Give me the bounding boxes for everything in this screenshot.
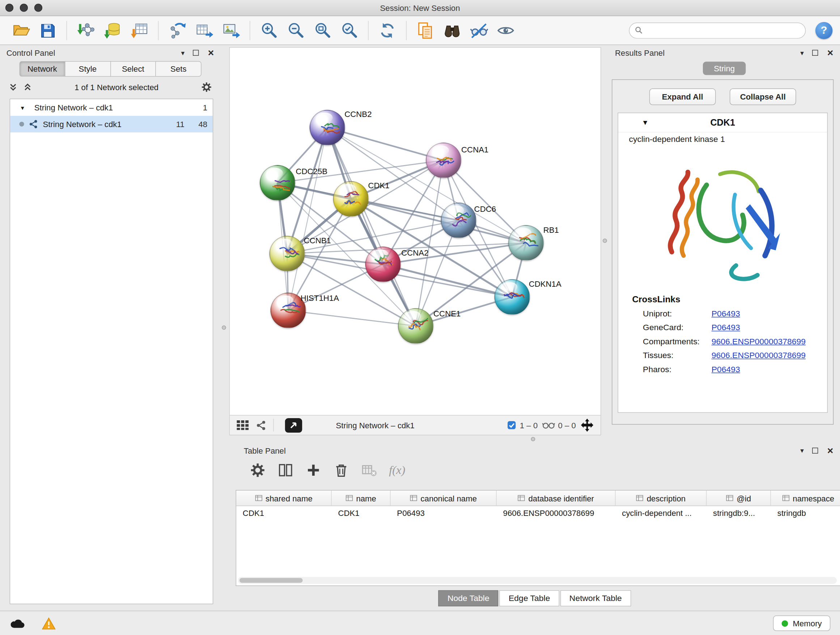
open-session-button[interactable] xyxy=(10,19,32,42)
panel-close-button[interactable]: ✕ xyxy=(827,49,834,57)
control-panel-tab-select[interactable]: Select xyxy=(110,61,156,77)
birds-eye-view-button[interactable] xyxy=(441,19,463,42)
panel-close-button[interactable]: ✕ xyxy=(827,447,834,454)
panel-float-button[interactable]: ▾ xyxy=(181,49,185,56)
crosslink-link[interactable]: 9606.ENSP00000378699 xyxy=(712,351,806,361)
crosslink-link[interactable]: 9606.ENSP00000378699 xyxy=(712,337,806,347)
memory-button[interactable]: Memory xyxy=(773,616,831,631)
right-splitter-grip[interactable] xyxy=(603,239,607,243)
show-all-button[interactable] xyxy=(494,19,517,42)
export-network-button[interactable] xyxy=(166,19,188,42)
duplicate-network-button[interactable] xyxy=(414,19,437,42)
apply-layout-button[interactable] xyxy=(376,19,399,42)
zoom-fit-button[interactable] xyxy=(311,19,333,42)
zoom-in-button[interactable] xyxy=(257,19,280,42)
search-input[interactable] xyxy=(646,26,800,35)
expand-all-button[interactable]: Expand All xyxy=(649,88,716,105)
table-tab-network-table[interactable]: Network Table xyxy=(561,590,631,606)
table-cell[interactable]: CDK1 xyxy=(332,506,391,521)
panel-float-button[interactable]: ▾ xyxy=(800,447,804,454)
column-header-namespace[interactable]: namespace xyxy=(771,491,840,505)
add-column-icon[interactable] xyxy=(305,462,321,478)
column-header-database-identifier[interactable]: database identifier xyxy=(497,491,616,505)
zoom-window-button[interactable] xyxy=(34,4,42,11)
pan-move-icon[interactable] xyxy=(580,418,594,432)
table-cell[interactable]: 9606.ENSP00000378699 xyxy=(497,506,616,521)
crosslink-link[interactable]: P06493 xyxy=(712,364,740,374)
table-tab-node-table[interactable]: Node Table xyxy=(439,590,499,606)
panel-maximize-button[interactable] xyxy=(193,48,199,57)
panel-maximize-button[interactable] xyxy=(813,446,818,455)
panel-close-button[interactable]: ✕ xyxy=(208,49,215,57)
table-cell[interactable]: P06493 xyxy=(391,506,497,521)
network-canvas[interactable]: CCNB2CCNA1CDC25BCDK1CDC6RB1CCNB1CCNA2CDK… xyxy=(230,48,600,415)
collapse-all-button[interactable]: Collapse All xyxy=(729,88,796,105)
network-node-cdk1[interactable] xyxy=(333,181,369,217)
results-tab-string[interactable]: String xyxy=(703,62,745,75)
table-row[interactable]: CDK1CDK1P064939606.ENSP00000378699cyclin… xyxy=(236,506,840,521)
help-button[interactable]: ? xyxy=(815,22,832,39)
export-table-button[interactable] xyxy=(193,19,215,42)
horizontal-scrollbar[interactable] xyxy=(238,577,837,584)
warning-icon[interactable] xyxy=(42,617,56,630)
network-node-ccna1[interactable] xyxy=(426,143,461,178)
open-in-browser-button[interactable] xyxy=(285,418,302,432)
zoom-selected-button[interactable] xyxy=(338,19,360,42)
disclosure-triangle-icon[interactable]: ▾ xyxy=(21,104,30,111)
table-cell[interactable]: cyclin-dependent ... xyxy=(616,506,707,521)
network-node-cdc25b[interactable] xyxy=(260,165,295,201)
checkbox-icon[interactable] xyxy=(507,420,516,430)
table-cell[interactable]: stringdb xyxy=(771,506,840,521)
network-node-cdkn1a[interactable] xyxy=(494,279,530,315)
minimize-window-button[interactable] xyxy=(20,4,28,11)
grid-view-icon[interactable] xyxy=(236,420,249,431)
delete-column-trash-icon[interactable] xyxy=(333,462,349,478)
network-edge[interactable] xyxy=(288,310,416,326)
control-panel-tab-style[interactable]: Style xyxy=(65,61,111,77)
hide-selected-button[interactable] xyxy=(468,19,490,42)
network-edge[interactable] xyxy=(327,127,416,326)
network-node-rb1[interactable] xyxy=(508,225,544,261)
table-settings-gear-icon[interactable] xyxy=(249,462,265,478)
gene-collapse-triangle-icon[interactable]: ▼ xyxy=(642,119,649,126)
collapse-all-chevrons-icon[interactable] xyxy=(23,82,32,92)
import-network-file-button[interactable] xyxy=(74,19,97,42)
save-session-button[interactable] xyxy=(36,19,59,42)
close-window-button[interactable] xyxy=(5,4,13,11)
import-table-button[interactable] xyxy=(128,19,150,42)
export-image-button[interactable] xyxy=(219,19,242,42)
network-edge[interactable] xyxy=(288,127,327,310)
zoom-out-button[interactable] xyxy=(284,19,307,42)
search-box[interactable] xyxy=(629,22,806,38)
import-network-database-button[interactable] xyxy=(101,19,124,42)
table-cell[interactable]: CDK1 xyxy=(236,506,332,521)
crosslink-link[interactable]: P06493 xyxy=(712,323,740,333)
share-view-icon[interactable] xyxy=(256,420,266,430)
network-node-ccnb1[interactable] xyxy=(270,236,305,272)
gear-icon[interactable] xyxy=(201,81,212,93)
column-header--id[interactable]: @id xyxy=(706,491,771,505)
column-header-name[interactable]: name xyxy=(332,491,391,505)
column-header-canonical-name[interactable]: canonical name xyxy=(391,491,497,505)
horizontal-splitter-grip[interactable] xyxy=(531,437,535,441)
panel-maximize-button[interactable] xyxy=(813,48,818,57)
control-panel-tab-sets[interactable]: Sets xyxy=(156,61,202,77)
network-node-ccnb2[interactable] xyxy=(309,110,345,146)
network-node-ccne1[interactable] xyxy=(398,309,433,344)
glasses-icon[interactable] xyxy=(542,421,555,430)
show-columns-icon[interactable] xyxy=(278,462,294,478)
network-node-ccna2[interactable] xyxy=(365,247,401,282)
column-header-shared-name[interactable]: shared name xyxy=(236,491,332,505)
left-splitter-grip[interactable] xyxy=(222,325,226,330)
network-row-selected[interactable]: String Network – cdk1 11 48 xyxy=(10,116,213,133)
table-tab-edge-table[interactable]: Edge Table xyxy=(500,590,559,606)
control-panel-tab-network[interactable]: Network xyxy=(19,61,65,77)
column-header-description[interactable]: description xyxy=(616,491,707,505)
scrollbar-thumb[interactable] xyxy=(240,578,303,583)
crosslink-link[interactable]: P06493 xyxy=(712,309,740,318)
expand-all-chevrons-icon[interactable] xyxy=(9,82,18,92)
network-node-cdc6[interactable] xyxy=(441,203,477,238)
table-cell[interactable]: stringdb:9... xyxy=(706,506,771,521)
panel-float-button[interactable]: ▾ xyxy=(800,49,804,56)
cloud-icon[interactable] xyxy=(10,618,26,629)
